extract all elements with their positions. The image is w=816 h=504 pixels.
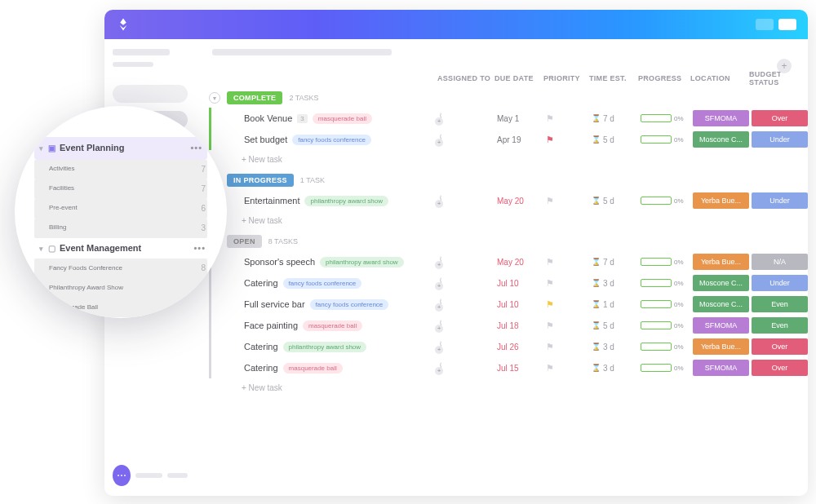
progress-cell[interactable]: 0% bbox=[641, 300, 693, 308]
sidebar-list-item[interactable]: Activities7 bbox=[34, 160, 207, 179]
assignee-add-icon[interactable] bbox=[440, 277, 441, 289]
task-tag[interactable]: philanthropy award show bbox=[283, 342, 367, 352]
priority-flag-icon[interactable]: ⚑ bbox=[546, 278, 592, 289]
collapse-icon[interactable]: ▾ bbox=[209, 92, 220, 104]
time-estimate[interactable]: ⌛3 d bbox=[592, 364, 641, 373]
task-tag[interactable]: fancy foods conference bbox=[292, 135, 371, 145]
sidebar-list-item[interactable]: Facilities7 bbox=[34, 179, 207, 199]
due-date[interactable]: May 1 bbox=[497, 114, 546, 123]
budget-pill[interactable]: Under bbox=[752, 275, 808, 291]
assignee-add-icon[interactable] bbox=[440, 341, 441, 352]
priority-flag-icon[interactable]: ⚑ bbox=[546, 363, 592, 374]
task-tag[interactable]: philanthropy award show bbox=[320, 257, 404, 267]
time-estimate[interactable]: ⌛7 d bbox=[592, 258, 641, 267]
location-pill[interactable]: SFMOMA bbox=[693, 110, 749, 126]
priority-flag-icon[interactable]: ⚑ bbox=[546, 113, 592, 124]
new-task-button[interactable]: + New task bbox=[196, 211, 808, 232]
due-date[interactable]: Jul 10 bbox=[497, 300, 546, 309]
budget-pill[interactable]: N/A bbox=[752, 254, 808, 270]
priority-flag-icon[interactable]: ⚑ bbox=[546, 342, 592, 352]
progress-cell[interactable]: 0% bbox=[641, 321, 693, 329]
budget-pill[interactable]: Even bbox=[752, 296, 808, 312]
due-date[interactable]: May 20 bbox=[497, 258, 546, 267]
time-estimate[interactable]: ⌛3 d bbox=[592, 343, 641, 351]
more-icon[interactable]: ••• bbox=[190, 141, 202, 156]
window-max-icon[interactable] bbox=[778, 19, 796, 30]
location-pill[interactable]: Yerba Bue... bbox=[693, 192, 749, 209]
due-date[interactable]: Jul 26 bbox=[497, 343, 546, 351]
task-tag[interactable]: philanthropy award show bbox=[304, 196, 388, 206]
add-column-button[interactable]: + bbox=[777, 59, 792, 73]
status-badge[interactable]: COMPLETE bbox=[227, 91, 282, 104]
due-date[interactable]: Jul 18 bbox=[497, 321, 546, 330]
budget-pill[interactable]: Under bbox=[752, 192, 808, 209]
due-date[interactable]: Jul 15 bbox=[497, 364, 546, 373]
task-row[interactable]: Book Venue 3 masquerade ball May 1 ⚑ ⌛7 … bbox=[209, 108, 808, 129]
assignee-add-icon[interactable] bbox=[440, 113, 441, 124]
due-date[interactable]: Apr 19 bbox=[497, 135, 546, 144]
location-pill[interactable]: Moscone C... bbox=[693, 131, 749, 148]
sidebar-list-item[interactable]: Billing3 bbox=[34, 219, 207, 238]
time-estimate[interactable]: ⌛5 d bbox=[592, 135, 641, 144]
assignee-add-icon[interactable] bbox=[440, 298, 441, 310]
task-row[interactable]: Catering masquerade ball Jul 15 ⚑ ⌛3 d 0… bbox=[209, 357, 808, 378]
assignee-add-icon[interactable] bbox=[440, 134, 441, 145]
sidebar-item-event-management[interactable]: ▾▢Event Management ••• bbox=[34, 238, 207, 259]
assignee-add-icon[interactable] bbox=[440, 256, 441, 267]
task-row[interactable]: Full service bar fancy foods conference … bbox=[209, 294, 808, 315]
budget-pill[interactable]: Over bbox=[752, 338, 808, 355]
task-row[interactable]: Sponsor's speech philanthropy award show… bbox=[209, 251, 808, 272]
budget-pill[interactable]: Under bbox=[752, 131, 808, 148]
task-tag[interactable]: masquerade ball bbox=[303, 321, 362, 331]
status-badge[interactable]: OPEN bbox=[227, 235, 262, 248]
priority-flag-icon[interactable]: ⚑ bbox=[546, 135, 592, 145]
location-pill[interactable]: Moscone C... bbox=[693, 275, 749, 291]
location-pill[interactable]: SFMOMA bbox=[693, 317, 749, 334]
assignee-add-icon[interactable] bbox=[440, 195, 441, 206]
assignee-add-icon[interactable] bbox=[440, 362, 441, 374]
sidebar-list-item[interactable]: Philanthropy Award Show8 bbox=[34, 278, 207, 298]
chat-icon[interactable]: ⋯ bbox=[113, 465, 131, 486]
task-row[interactable]: Catering philanthropy award show Jul 26 … bbox=[209, 336, 808, 357]
time-estimate[interactable]: ⌛5 d bbox=[592, 197, 641, 206]
progress-cell[interactable]: 0% bbox=[641, 114, 693, 122]
time-estimate[interactable]: ⌛3 d bbox=[592, 279, 641, 288]
window-min-icon[interactable] bbox=[756, 19, 774, 30]
status-badge[interactable]: IN PROGRESS bbox=[227, 174, 294, 187]
new-task-button[interactable]: + New task bbox=[196, 150, 808, 170]
location-pill[interactable]: SFMOMA bbox=[693, 360, 749, 376]
task-tag[interactable]: masquerade ball bbox=[313, 113, 372, 124]
location-pill[interactable]: Yerba Bue... bbox=[693, 338, 749, 355]
budget-pill[interactable]: Over bbox=[752, 360, 808, 376]
task-row[interactable]: Entertainment philanthropy award show Ma… bbox=[209, 190, 808, 211]
time-estimate[interactable]: ⌛1 d bbox=[592, 300, 641, 309]
assignee-add-icon[interactable] bbox=[440, 320, 441, 331]
task-tag[interactable]: fancy foods conference bbox=[283, 278, 362, 289]
time-estimate[interactable]: ⌛7 d bbox=[592, 114, 641, 123]
progress-cell[interactable]: 0% bbox=[641, 364, 693, 372]
sidebar-item-event-planning[interactable]: ▾▣Event Planning ••• bbox=[34, 137, 207, 160]
task-row[interactable]: Catering fancy foods conference Jul 10 ⚑… bbox=[209, 272, 808, 294]
budget-pill[interactable]: Even bbox=[752, 317, 808, 334]
task-tag[interactable]: masquerade ball bbox=[283, 363, 343, 374]
task-row[interactable]: Set budget fancy foods conference Apr 19… bbox=[209, 129, 808, 150]
priority-flag-icon[interactable]: ⚑ bbox=[546, 321, 592, 331]
location-pill[interactable]: Moscone C... bbox=[693, 296, 749, 312]
progress-cell[interactable]: 0% bbox=[641, 135, 693, 144]
task-row[interactable]: Face painting masquerade ball Jul 18 ⚑ ⌛… bbox=[209, 315, 808, 336]
more-icon[interactable]: ••• bbox=[193, 241, 206, 256]
location-pill[interactable]: Yerba Bue... bbox=[693, 254, 749, 270]
sidebar-list-item[interactable]: Fancy Foods Conference8 bbox=[34, 259, 207, 278]
priority-flag-icon[interactable]: ⚑ bbox=[546, 257, 592, 267]
sidebar-list-item[interactable]: Pre-event6 bbox=[34, 199, 207, 219]
time-estimate[interactable]: ⌛5 d bbox=[592, 321, 641, 330]
progress-cell[interactable]: 0% bbox=[641, 279, 693, 287]
task-tag[interactable]: fancy foods conference bbox=[310, 299, 389, 310]
budget-pill[interactable]: Over bbox=[752, 110, 808, 126]
progress-cell[interactable]: 0% bbox=[641, 258, 693, 266]
priority-flag-icon[interactable]: ⚑ bbox=[546, 299, 592, 310]
progress-cell[interactable]: 0% bbox=[641, 343, 693, 351]
progress-cell[interactable]: 0% bbox=[641, 197, 693, 205]
priority-flag-icon[interactable]: ⚑ bbox=[546, 196, 592, 206]
due-date[interactable]: Jul 10 bbox=[497, 279, 546, 288]
